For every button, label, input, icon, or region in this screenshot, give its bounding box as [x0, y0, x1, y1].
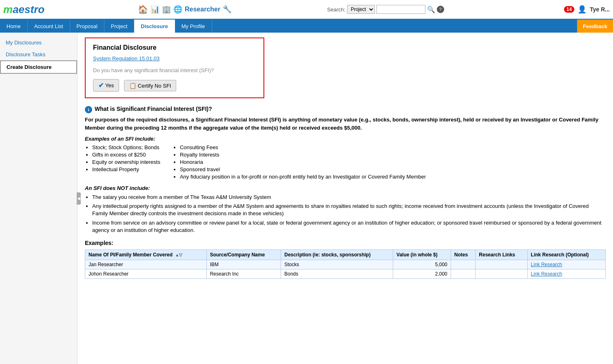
row1-value: 5,000 [393, 260, 451, 269]
col-research-links: Research Links [476, 249, 527, 260]
col-name: Name Of PI/Family Member Covered ▲▽ [85, 249, 207, 260]
sfi-info-header: i What is Significant Financial Interest… [85, 106, 606, 113]
col-description: Description (ie: stocks, sponsorship) [281, 249, 393, 260]
yes-button[interactable]: ✔ Yes [93, 79, 119, 92]
sfi-example-item: Any fiduciary position in a for-profit o… [180, 174, 426, 180]
sfi-right-examples: Consulting Fees Royalty Interests Honora… [173, 144, 426, 181]
document-icon: 📋 [129, 82, 136, 89]
search-icon[interactable]: 🔍 [427, 6, 435, 13]
logo: maestro [3, 2, 48, 17]
row2-research-links [476, 269, 527, 278]
sfi-example-item: Royalty Interests [180, 152, 426, 158]
header-right: 14 👤 Tye R... [564, 5, 610, 14]
row2-source: Research Inc [206, 269, 281, 278]
fd-buttons: ✔ Yes 📋 Certify No SFI [93, 79, 256, 92]
row1-link-research[interactable]: Link Research [527, 260, 605, 269]
table-row: Johon Researcher Research Inc Bonds 2,00… [85, 269, 606, 278]
row1-source: IBM [206, 260, 281, 269]
fd-question: Do you have any significant financial in… [93, 67, 256, 73]
sfi-examples-title: Examples of an SFI include: [85, 136, 606, 142]
nav-home[interactable]: Home [0, 20, 28, 33]
row2-link-research[interactable]: Link Research [527, 269, 605, 278]
user-name: Tye R... [590, 6, 610, 13]
search-type-select[interactable]: Project [347, 5, 375, 14]
fd-title: Financial Disclosure [93, 44, 256, 51]
not-include-item: Any intellectual property rights assigne… [92, 203, 606, 217]
sfi-example-item: Sponsored travel [180, 166, 426, 172]
notification-badge[interactable]: 14 [564, 6, 574, 13]
nav-proposal[interactable]: Proposal [70, 20, 104, 33]
sfi-not-include-title: An SFI does NOT include: [85, 185, 606, 191]
sfi-example-item: Honoraria [180, 159, 426, 165]
sfi-left-examples: Stock; Stock Options; Bonds Gifts in exc… [85, 144, 160, 181]
row1-name: Jan Researcher [85, 260, 207, 269]
nav-disclosure[interactable]: Disclosure [134, 20, 175, 33]
nav-account-list[interactable]: Account List [28, 20, 70, 33]
sidebar-item-disclosure-tasks[interactable]: Disclosure Tasks [0, 49, 77, 60]
sort-arrow-name[interactable]: ▲▽ [175, 253, 182, 257]
sfi-example-item: Consulting Fees [180, 144, 426, 150]
examples-table: Name Of PI/Family Member Covered ▲▽ Sour… [85, 249, 606, 279]
col-source: Source/Company Name [206, 249, 281, 260]
examples-table-body: Jan Researcher IBM Stocks 5,000 Link Res… [85, 260, 606, 278]
row1-description: Stocks [281, 260, 393, 269]
navbar: Home Account List Proposal Project Discl… [0, 20, 613, 33]
examples-section: Examples: Name Of PI/Family Member Cover… [85, 240, 606, 279]
sfi-info-title: What is Significant Financial Interest (… [95, 106, 212, 112]
sfi-example-item: Stock; Stock Options; Bonds [92, 144, 160, 150]
sfi-not-include-list: The salary you receive from a member of … [85, 194, 606, 234]
sfi-info-body: For purposes of the required disclosures… [85, 116, 606, 132]
nav-project[interactable]: Project [104, 20, 134, 33]
table-header-row: Name Of PI/Family Member Covered ▲▽ Sour… [85, 249, 606, 260]
nav-my-profile[interactable]: My Profile [175, 20, 212, 33]
sfi-examples-columns: Stock; Stock Options; Bonds Gifts in exc… [85, 144, 606, 181]
row2-name: Johon Researcher [85, 269, 207, 278]
header-icons: 🏠 📊 🏢 🌐 Researcher 🔧 [138, 4, 232, 14]
search-input[interactable] [376, 5, 425, 14]
not-include-item: The salary you receive from a member of … [92, 194, 606, 201]
examples-title: Examples: [85, 240, 606, 246]
col-notes: Notes [451, 249, 476, 260]
building-icon[interactable]: 🏢 [162, 5, 171, 14]
row2-notes [451, 269, 476, 278]
row1-research-links [476, 260, 527, 269]
financial-disclosure-box: Financial Disclosure System Regulation 1… [85, 38, 264, 98]
row2-description: Bonds [281, 269, 393, 278]
logo-text: maestro [3, 3, 44, 16]
help-icon[interactable]: ? [437, 6, 444, 13]
sidebar-collapse-handle[interactable]: ◀ [77, 192, 81, 205]
sidebar-item-my-disclosures[interactable]: My Disclosures [0, 37, 77, 49]
globe-icon[interactable]: 🌐 [173, 5, 182, 14]
main-content: Financial Disclosure System Regulation 1… [77, 33, 613, 364]
sfi-example-item: Intellectual Property [92, 166, 160, 172]
feedback-button[interactable]: Feedback [577, 20, 613, 33]
sfi-example-item: Gifts in excess of $250 [92, 152, 160, 158]
col-link-research: Link Research (Optional) [527, 249, 605, 260]
col-value: Value (in whole $) [393, 249, 451, 260]
main-layout: My Disclosures Disclosure Tasks Create D… [0, 33, 613, 364]
table-row: Jan Researcher IBM Stocks 5,000 Link Res… [85, 260, 606, 269]
sfi-example-item: Equity or ownership interests [92, 159, 160, 165]
sfi-info-section: i What is Significant Financial Interest… [85, 106, 606, 234]
search-label: Search: [327, 7, 345, 13]
not-include-item: Income from service on an advisory commi… [92, 219, 606, 234]
checkmark-icon: ✔ [98, 82, 104, 89]
home-icon[interactable]: 🏠 [138, 4, 148, 14]
header: maestro 🏠 📊 🏢 🌐 Researcher 🔧 Search: Pro… [0, 0, 613, 20]
chart-icon[interactable]: 📊 [150, 5, 159, 14]
regulation-link[interactable]: System Regulation 15.01.03 [93, 55, 256, 62]
row2-value: 2,000 [393, 269, 451, 278]
info-icon: i [85, 106, 92, 113]
user-icon: 👤 [578, 5, 586, 14]
search-area: Search: Project 🔍 ? [327, 5, 444, 14]
researcher-link[interactable]: Researcher [185, 6, 220, 13]
wrench-icon[interactable]: 🔧 [223, 5, 232, 14]
logo-m: m [3, 3, 13, 15]
sidebar-item-create-disclosure[interactable]: Create Disclosure [0, 60, 77, 74]
row1-notes [451, 260, 476, 269]
sidebar: My Disclosures Disclosure Tasks Create D… [0, 33, 77, 364]
certify-no-sfi-button[interactable]: 📋 Certify No SFI [124, 80, 177, 91]
